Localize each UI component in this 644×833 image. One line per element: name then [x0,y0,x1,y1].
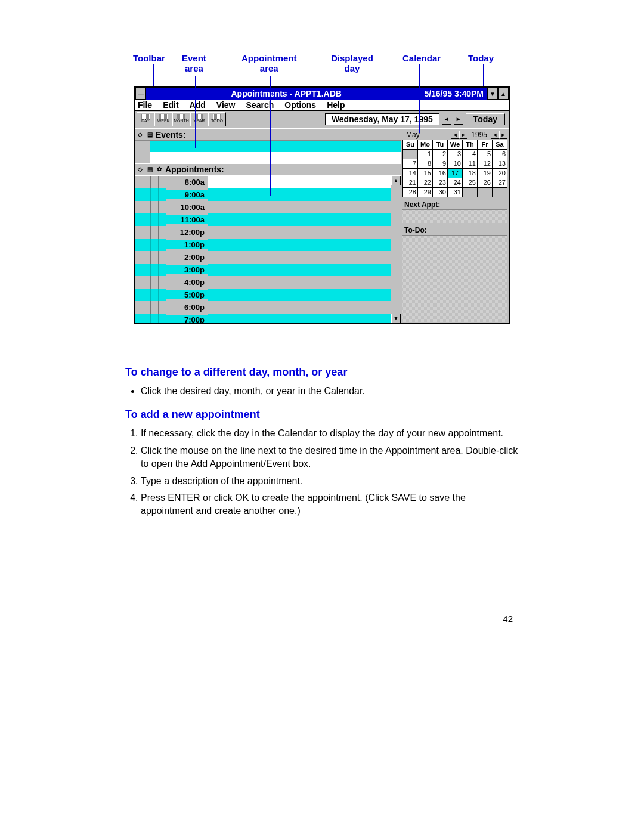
cal-day-cell [463,188,478,197]
cal-day-cell[interactable]: 13 [493,159,507,169]
title-bar: — Appointments - APPT1.ADB 5/16/95 3:40P… [135,88,509,100]
scroll-down-button[interactable]: ▼ [391,314,401,323]
callouts: Toolbar Event area Appointment area Disp… [134,54,510,86]
callout-event-area: Event area [182,54,206,73]
cal-day-cell[interactable]: 29 [418,188,433,197]
time-slot[interactable]: 3:00p [135,264,391,276]
callout-calendar: Calendar [402,54,441,64]
cal-day-cell[interactable]: 18 [463,169,478,178]
next-appt-label: Next Appt: [402,200,507,210]
events-header: ◇ ▤ Events: [135,129,401,141]
time-slot[interactable]: 7:00p [135,314,391,323]
appointments-header: ◇ ▤ ✿ Appointments: [135,163,401,175]
cal-day-cell[interactable]: 3 [448,150,463,159]
cal-day-cell[interactable]: 12 [478,159,493,169]
time-slot[interactable]: 1:00p [135,239,391,251]
cal-day-cell[interactable]: 19 [478,169,493,178]
callout-toolbar: Toolbar [133,54,165,64]
scroll-up-button[interactable]: ▲ [391,176,401,185]
time-slot[interactable]: 6:00p [135,301,391,314]
cal-day-cell[interactable]: 1 [418,150,433,159]
toolbar-day[interactable]: DAY [137,112,154,126]
today-button[interactable]: Today [466,113,505,125]
cal-day-cell[interactable]: 31 [448,188,463,197]
instructions: To change to a different day, month, or … [125,366,519,518]
appointment-area[interactable]: 8:00a9:00a10:00a11:00a12:00p1:00p2:00p3:… [135,176,391,323]
time-slot[interactable]: 5:00p [135,289,391,301]
minimize-button[interactable]: ▼ [487,88,498,100]
cal-day-cell[interactable]: 23 [433,178,448,188]
cal-year-next[interactable]: ► [499,131,507,139]
menu-help[interactable]: Help [327,100,345,110]
instruction-step: Press ENTER or click OK to create the ap… [141,491,519,518]
bullet-1: Click the desired day, month, or year in… [141,385,519,398]
cal-day-cell[interactable]: 20 [493,169,507,178]
toolbar-todo[interactable]: TODO [208,112,226,126]
cal-day-cell[interactable]: 8 [418,159,433,169]
cal-day-cell[interactable]: 25 [463,178,478,188]
menu-options[interactable]: Options [284,100,316,110]
cal-day-cell[interactable]: 11 [463,159,478,169]
time-slot[interactable]: 10:00a [135,201,391,213]
toolbar-week[interactable]: WEEK [154,112,172,126]
cal-dow-header: Fr [478,140,493,150]
toolbar-year[interactable]: YEAR [190,112,208,126]
cal-day-cell[interactable]: 26 [478,178,493,188]
menu-add[interactable]: Add [190,100,206,110]
calendar-grid[interactable]: SuMoTuWeThFrSa 1234567891011121314151617… [402,140,507,197]
cal-day-cell[interactable]: 9 [433,159,448,169]
appt-scrollbar[interactable]: ▲ ▼ [391,176,401,323]
cal-year-prev[interactable]: ◄ [491,131,499,139]
prev-day-button[interactable]: ◄ [442,114,451,125]
cal-day-cell[interactable]: 2 [433,150,448,159]
cal-day-cell[interactable]: 15 [418,169,433,178]
time-slot[interactable]: 11:00a [135,213,391,226]
menu-bar: File Edit Add View Search Options Help [135,100,509,111]
cal-day-cell[interactable]: 5 [478,150,493,159]
time-slot[interactable]: 2:00p [135,251,391,264]
cal-month-prev[interactable]: ◄ [451,131,459,139]
cal-day-cell[interactable]: 22 [418,178,433,188]
cal-day-cell[interactable]: 30 [433,188,448,197]
cal-day-cell[interactable]: 14 [403,169,418,178]
appt-icon-3: ✿ [156,166,163,173]
cal-year: 1995 [467,131,491,139]
cal-day-cell[interactable]: 21 [403,178,418,188]
time-slot[interactable]: 12:00p [135,226,391,239]
cal-dow-header: Mo [418,140,433,150]
displayed-day: Wednesday, May 17, 1995 [325,113,439,125]
time-slot[interactable]: 4:00p [135,276,391,289]
menu-file[interactable]: File [138,100,152,110]
system-menu-icon[interactable]: — [135,88,146,100]
cal-dow-header: Sa [493,140,507,150]
menu-edit[interactable]: Edit [163,100,178,110]
time-slot[interactable]: 8:00a [135,176,391,188]
appt-icon-1: ◇ [137,166,144,173]
menu-view[interactable]: View [216,100,236,110]
window-title: Appointments - APPT1.ADB [146,88,420,100]
cal-day-cell[interactable]: 10 [448,159,463,169]
next-appt-area [402,210,507,223]
cal-day-cell[interactable]: 24 [448,178,463,188]
instruction-step: If necessary, click the day in the Calen… [141,427,519,440]
next-day-button[interactable]: ► [454,114,463,125]
cal-day-cell[interactable]: 28 [403,188,418,197]
cal-day-cell[interactable]: 17 [448,169,463,178]
cal-day-cell[interactable]: 16 [433,169,448,178]
instruction-step: Click the mouse on the line next to the … [141,444,519,471]
time-slot[interactable]: 9:00a [135,188,391,201]
cal-day-cell[interactable]: 27 [493,178,507,188]
callout-displayed-day: Displayed day [331,54,373,73]
todo-label: To-Do: [402,225,507,236]
toolbar-month[interactable]: MONTH [172,112,190,126]
cal-day-cell[interactable]: 7 [403,159,418,169]
cal-month-next[interactable]: ► [459,131,467,139]
events-area[interactable] [135,141,401,163]
maximize-button[interactable]: ▲ [498,88,509,100]
cal-day-cell[interactable]: 4 [463,150,478,159]
cal-dow-header: Tu [433,140,448,150]
cal-dow-header: Th [463,140,478,150]
events-icon: ◇ [137,131,144,138]
cal-day-cell[interactable]: 6 [493,150,507,159]
heading-change-day: To change to a different day, month, or … [125,366,519,379]
